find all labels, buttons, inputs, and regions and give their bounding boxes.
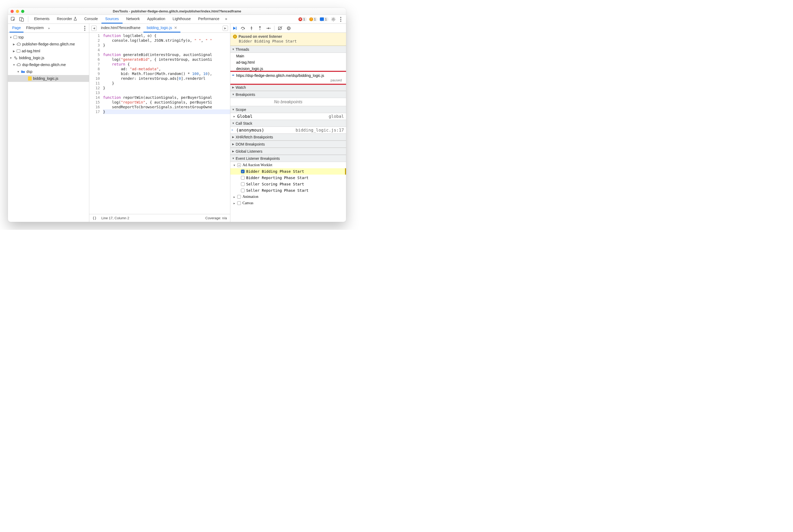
messages-badge[interactable]: 1: [319, 17, 328, 21]
thread-decision[interactable]: decision_logic.js: [230, 65, 346, 72]
pause-banner: iPaused on event listener Bidder Bidding…: [230, 33, 346, 46]
settings-icon[interactable]: [330, 16, 337, 22]
tab-sources[interactable]: Sources: [101, 15, 122, 23]
file-tree: ▼top ▶publisher-fledge-demo.glitch.me ▶a…: [8, 33, 89, 222]
close-window-button[interactable]: [11, 10, 14, 13]
frame-icon: [17, 50, 20, 53]
elb-group-canvas[interactable]: ▶Canvas: [230, 200, 346, 206]
tab-lighthouse[interactable]: Lighthouse: [169, 15, 195, 23]
file-tab-index[interactable]: index.html?fencedframe: [98, 24, 144, 33]
section-watch[interactable]: ▶Watch: [230, 84, 346, 91]
no-breakpoints: No breakpoints: [230, 98, 346, 106]
tab-console[interactable]: Console: [80, 15, 101, 23]
file-tab-bidding[interactable]: bidding_logic.js✕: [144, 24, 181, 33]
elb-item-bidder-reporting[interactable]: Bidder Reporting Phase Start: [230, 175, 346, 181]
code-content: function log(label, o) { console.log(lab…: [102, 33, 230, 214]
svg-point-8: [251, 29, 252, 30]
tree-adtag[interactable]: ▶ad-tag.html: [8, 48, 89, 54]
section-global-listeners[interactable]: ▶Global Listeners: [230, 148, 346, 155]
pause-detail: Bidder Bidding Phase Start: [233, 39, 343, 43]
resume-icon[interactable]: [232, 26, 237, 31]
thread-main[interactable]: Main: [230, 53, 346, 59]
svg-point-9: [260, 29, 261, 30]
svg-rect-14: [289, 27, 289, 29]
deactivate-breakpoints-icon[interactable]: [278, 26, 283, 31]
step-out-icon[interactable]: [257, 26, 263, 31]
tree-domain-publisher[interactable]: ▶publisher-fledge-demo.glitch.me: [8, 41, 89, 48]
current-thread-arrow-icon: ➡: [232, 73, 234, 77]
nav-back-icon[interactable]: ◀: [91, 26, 97, 31]
thread-current[interactable]: ➡ https://dsp-fledge-demo.glitch.me/dsp/…: [230, 72, 346, 84]
pause-exceptions-icon[interactable]: [286, 26, 291, 31]
inspect-element-icon[interactable]: [10, 16, 17, 23]
svg-rect-13: [288, 27, 288, 29]
section-threads[interactable]: ▼Threads: [230, 46, 346, 53]
file-tabs: ◀ index.html?fencedframe bidding_logic.j…: [89, 24, 230, 33]
navigator-more-tabs[interactable]: »: [48, 26, 50, 30]
checkbox-icon[interactable]: [241, 176, 245, 179]
tab-elements[interactable]: Elements: [31, 15, 53, 23]
close-tab-icon[interactable]: ✕: [174, 26, 177, 30]
device-toolbar-icon[interactable]: [18, 16, 25, 23]
code-editor[interactable]: 1234567891011121314151617 function log(l…: [89, 33, 230, 214]
more-options-icon[interactable]: [338, 17, 343, 22]
tree-file-bidding[interactable]: bidding_logic.js: [8, 75, 89, 82]
section-scope[interactable]: ▼Scope: [230, 106, 346, 113]
warning-icon: !: [309, 17, 313, 21]
section-callstack[interactable]: ▼Call Stack: [230, 120, 346, 127]
section-dom[interactable]: ▶DOM Breakpoints: [230, 140, 346, 148]
maximize-window-button[interactable]: [21, 10, 24, 13]
cloud-icon: [17, 63, 21, 67]
checkbox-icon[interactable]: ✓: [241, 170, 245, 173]
tab-performance[interactable]: Performance: [194, 15, 223, 23]
svg-rect-2: [21, 18, 23, 21]
elb-item-seller-reporting[interactable]: Seller Reporting Phase Start: [230, 187, 346, 194]
pretty-print-icon[interactable]: {}: [92, 216, 97, 220]
checkbox-icon[interactable]: [237, 195, 241, 198]
section-xhr[interactable]: ▶XHR/fetch Breakpoints: [230, 133, 346, 140]
more-tabs-button[interactable]: »: [223, 15, 229, 23]
warnings-badge[interactable]: !1: [308, 17, 318, 21]
minimize-window-button[interactable]: [16, 10, 19, 13]
svg-point-5: [16, 58, 17, 59]
elb-item-bidder-bidding[interactable]: ✓Bidder Bidding Phase Start: [230, 168, 346, 175]
svg-rect-6: [236, 27, 237, 30]
section-elb[interactable]: ▼Event Listener Breakpoints: [230, 155, 346, 162]
checkbox-icon[interactable]: [237, 201, 241, 205]
scope-global[interactable]: ▶Globalglobal: [230, 113, 346, 120]
tree-folder-dsp[interactable]: ▼dsp: [8, 68, 89, 75]
navigator-tab-page[interactable]: Page: [10, 24, 23, 33]
navigator-tabs: Page Filesystem »: [8, 24, 89, 33]
frame-icon: [14, 36, 17, 39]
step-into-icon[interactable]: [249, 26, 254, 31]
debugger-pane: iPaused on event listener Bidder Bidding…: [230, 24, 346, 222]
step-icon[interactable]: [266, 26, 271, 31]
thread-adtag[interactable]: ad-tag.html: [230, 59, 346, 65]
svg-point-10: [270, 28, 271, 28]
elb-item-seller-scoring[interactable]: Seller Scoring Phase Start: [230, 181, 346, 187]
section-breakpoints[interactable]: ▼Breakpoints: [230, 91, 346, 98]
tree-top[interactable]: ▼top: [8, 34, 89, 41]
devtools-window: DevTools - publisher-fledge-demo.glitch.…: [8, 8, 346, 222]
errors-badge[interactable]: ✕1: [298, 17, 307, 21]
elb-group-animation[interactable]: ▶Animation: [230, 194, 346, 200]
tab-application[interactable]: Application: [144, 15, 169, 23]
svg-point-7: [243, 29, 243, 30]
checkbox-icon[interactable]: [241, 182, 245, 186]
checkbox-icon[interactable]: [241, 189, 245, 192]
navigator-pane: Page Filesystem » ▼top ▶publisher-fledge…: [8, 24, 89, 222]
svg-point-4: [15, 57, 16, 58]
callstack-frame[interactable]: (anonymous)bidding_logic.js:17: [230, 127, 346, 133]
navigator-options-icon[interactable]: [82, 26, 88, 31]
tab-network[interactable]: Network: [122, 15, 144, 23]
main-toolbar: Elements Recorder Console Sources Networ…: [8, 15, 346, 24]
elb-group-adauction[interactable]: ▼−Ad Auction Worklet: [230, 162, 346, 168]
step-over-icon[interactable]: [240, 26, 246, 31]
tab-recorder[interactable]: Recorder: [53, 15, 80, 23]
tree-bidding-worklet[interactable]: ▼bidding_logic.js: [8, 54, 89, 61]
nav-forward-icon[interactable]: ▶: [223, 26, 228, 31]
tree-domain-dsp[interactable]: ▼dsp-fledge-demo.glitch.me: [8, 61, 89, 68]
navigator-tab-filesystem[interactable]: Filesystem: [23, 24, 46, 33]
minus-icon: −: [237, 163, 241, 167]
flask-icon: [74, 17, 77, 21]
